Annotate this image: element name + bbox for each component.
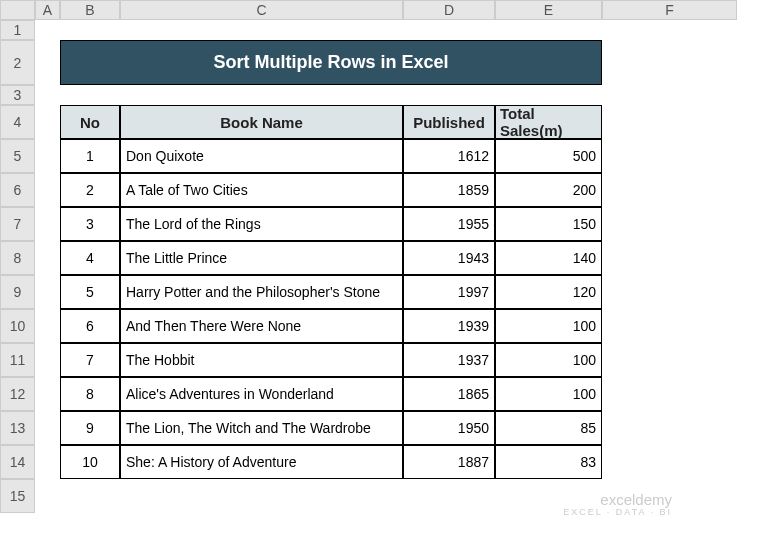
table-header-book-name[interactable]: Book Name [120, 105, 403, 139]
row-header-5[interactable]: 5 [0, 139, 35, 173]
col-header-E[interactable]: E [495, 0, 602, 20]
cell-name[interactable]: Harry Potter and the Philosopher's Stone [120, 275, 403, 309]
col-header-D[interactable]: D [403, 0, 495, 20]
cell-sales[interactable]: 100 [495, 343, 602, 377]
row-header-12[interactable]: 12 [0, 377, 35, 411]
cell-published[interactable]: 1887 [403, 445, 495, 479]
cell-sales[interactable]: 120 [495, 275, 602, 309]
row-header-6[interactable]: 6 [0, 173, 35, 207]
row-header-4[interactable]: 4 [0, 105, 35, 139]
cell-no[interactable]: 3 [60, 207, 120, 241]
cell-name[interactable]: The Lord of the Rings [120, 207, 403, 241]
cell-published[interactable]: 1950 [403, 411, 495, 445]
cell-no[interactable]: 4 [60, 241, 120, 275]
cell-no[interactable]: 9 [60, 411, 120, 445]
cell-name[interactable]: A Tale of Two Cities [120, 173, 403, 207]
cell-no[interactable]: 6 [60, 309, 120, 343]
cell-name[interactable]: Alice's Adventures in Wonderland [120, 377, 403, 411]
row-header-2[interactable]: 2 [0, 40, 35, 85]
title-cell[interactable]: Sort Multiple Rows in Excel [60, 40, 602, 85]
cell-sales[interactable]: 150 [495, 207, 602, 241]
cell-sales[interactable]: 140 [495, 241, 602, 275]
row-header-14[interactable]: 14 [0, 445, 35, 479]
cell-sales[interactable]: 83 [495, 445, 602, 479]
cell-no[interactable]: 10 [60, 445, 120, 479]
cell-name[interactable]: And Then There Were None [120, 309, 403, 343]
cell-sales[interactable]: 100 [495, 309, 602, 343]
select-all[interactable] [0, 0, 35, 20]
cell-sales[interactable]: 500 [495, 139, 602, 173]
cell-name[interactable]: She: A History of Adventure [120, 445, 403, 479]
cell-published[interactable]: 1955 [403, 207, 495, 241]
cell-no[interactable]: 5 [60, 275, 120, 309]
row-header-1[interactable]: 1 [0, 20, 35, 40]
cell-published[interactable]: 1943 [403, 241, 495, 275]
cell-published[interactable]: 1865 [403, 377, 495, 411]
cell-name[interactable]: The Little Prince [120, 241, 403, 275]
cell-published[interactable]: 1859 [403, 173, 495, 207]
row-header-13[interactable]: 13 [0, 411, 35, 445]
cell-name[interactable]: Don Quixote [120, 139, 403, 173]
row-header-3[interactable]: 3 [0, 85, 35, 105]
cell-published[interactable]: 1997 [403, 275, 495, 309]
row-header-11[interactable]: 11 [0, 343, 35, 377]
col-header-C[interactable]: C [120, 0, 403, 20]
col-header-A[interactable]: A [35, 0, 60, 20]
cell-no[interactable]: 7 [60, 343, 120, 377]
cell-name[interactable]: The Lion, The Witch and The Wardrobe [120, 411, 403, 445]
row-header-9[interactable]: 9 [0, 275, 35, 309]
cell-published[interactable]: 1937 [403, 343, 495, 377]
cell-published[interactable]: 1612 [403, 139, 495, 173]
cell-sales[interactable]: 100 [495, 377, 602, 411]
cell-no[interactable]: 8 [60, 377, 120, 411]
cell-no[interactable]: 1 [60, 139, 120, 173]
row-header-7[interactable]: 7 [0, 207, 35, 241]
row-header-15[interactable]: 15 [0, 479, 35, 513]
table-header-total-sales[interactable]: Total Sales(m) [495, 105, 602, 139]
table-header-no[interactable]: No [60, 105, 120, 139]
col-header-B[interactable]: B [60, 0, 120, 20]
cell-sales[interactable]: 85 [495, 411, 602, 445]
table-header-published[interactable]: Published [403, 105, 495, 139]
col-header-F[interactable]: F [602, 0, 737, 20]
cell-sales[interactable]: 200 [495, 173, 602, 207]
row-header-10[interactable]: 10 [0, 309, 35, 343]
cell-name[interactable]: The Hobbit [120, 343, 403, 377]
row-header-8[interactable]: 8 [0, 241, 35, 275]
spreadsheet-grid[interactable]: A B C D E F 1 2 3 4 5 6 7 8 9 10 11 12 1… [0, 0, 737, 513]
cell-no[interactable]: 2 [60, 173, 120, 207]
cell-published[interactable]: 1939 [403, 309, 495, 343]
